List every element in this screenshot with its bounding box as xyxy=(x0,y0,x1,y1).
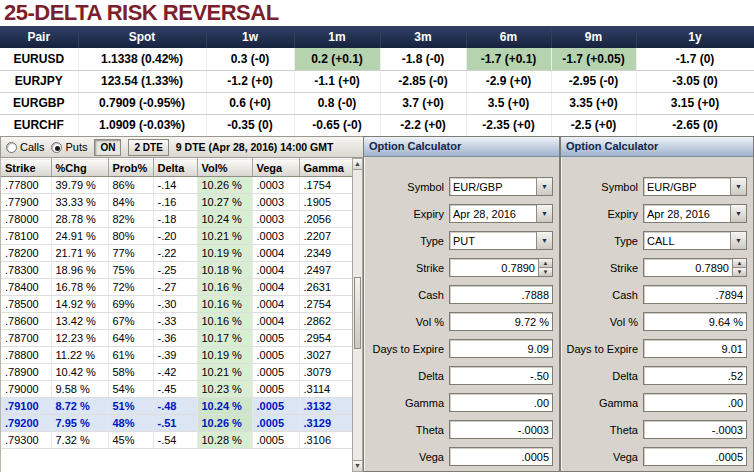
cash-value: .7894 xyxy=(644,289,746,301)
prob-cell: 67% xyxy=(108,313,153,330)
scrollbar-thumb[interactable] xyxy=(354,277,361,349)
theta-value: -.0003 xyxy=(450,424,552,436)
delta-label: Delta xyxy=(366,370,449,382)
symbol-row: Symbol EUR/GBP ▼ xyxy=(364,173,559,200)
chain-row[interactable]: .79100 8.72 % 51% -.48 10.24 % .0005 .31… xyxy=(1,398,352,415)
pair-cell: EURUSD xyxy=(0,48,78,70)
chain-row[interactable]: .78800 11.22 % 61% -.39 10.19 % .0005 .3… xyxy=(1,347,352,364)
scroll-up-icon[interactable]: ▲ xyxy=(353,159,362,170)
cash-row: Cash .7888 xyxy=(364,281,559,308)
expiry-select[interactable]: Apr 28, 2016 ▼ xyxy=(643,204,747,223)
chain-row[interactable]: .78100 24.91 % 80% -.20 10.21 % .0003 .2… xyxy=(1,228,352,245)
vol-cell: 10.24 % xyxy=(197,398,252,415)
gamma-cell: .3129 xyxy=(299,415,352,432)
strike-stepper[interactable]: 0.7890 ▲ ▼ xyxy=(449,258,553,277)
chg-cell: 33.33 % xyxy=(51,194,108,211)
chain-header-delta[interactable]: Delta xyxy=(153,159,197,177)
symbol-select[interactable]: EUR/GBP ▼ xyxy=(643,177,747,196)
rr-cell: -1.7 (0) xyxy=(636,48,754,70)
delta-row: Delta -.50 xyxy=(364,362,559,389)
chain-header-gamma[interactable]: Gamma xyxy=(299,159,352,177)
dte-button[interactable]: 2 DTE xyxy=(128,139,168,156)
chain-row[interactable]: .79200 7.95 % 48% -.51 10.26 % .0005 .31… xyxy=(1,415,352,432)
puts-radio-label: Puts xyxy=(65,141,87,153)
prob-cell: 61% xyxy=(108,347,153,364)
delta-field: -.50 xyxy=(449,366,553,385)
chain-row[interactable]: .79000 9.58 % 54% -.45 10.23 % .0005 .31… xyxy=(1,381,352,398)
type-value: PUT xyxy=(450,235,536,247)
type-value: CALL xyxy=(644,235,730,247)
rr-cell: -1.8 (-0) xyxy=(380,48,466,70)
chain-header-chg[interactable]: %Chg xyxy=(51,159,108,177)
chain-header-vega[interactable]: Vega xyxy=(252,159,299,177)
rr-cell: -2.9 (+0) xyxy=(466,70,551,92)
chain-header-prob[interactable]: Prob% xyxy=(108,159,153,177)
type-select[interactable]: CALL ▼ xyxy=(643,231,747,250)
delta-cell: -.22 xyxy=(153,245,197,262)
type-label: Type xyxy=(563,235,643,247)
rr-row: EURJPY 123.54 (1.33%) -1.2 (+0) -1.1 (+0… xyxy=(0,70,754,92)
vol-cell: 10.16 % xyxy=(197,313,252,330)
vol-value: 9.72 % xyxy=(450,316,552,328)
gamma-cell: .3132 xyxy=(299,398,352,415)
chain-row[interactable]: .78000 28.78 % 82% -.18 10.24 % .0003 .2… xyxy=(1,211,352,228)
type-row: Type PUT ▼ xyxy=(364,227,559,254)
scroll-down-icon[interactable]: ▼ xyxy=(353,460,362,471)
spinner-down-icon[interactable]: ▼ xyxy=(733,268,746,276)
chevron-down-icon[interactable]: ▼ xyxy=(730,232,746,249)
chain-row[interactable]: .78700 12.23 % 64% -.36 10.17 % .0005 .2… xyxy=(1,330,352,347)
chain-row[interactable]: .78600 13.42 % 67% -.33 10.16 % .0004 .2… xyxy=(1,313,352,330)
chain-header-vol[interactable]: Vol% xyxy=(197,159,252,177)
vol-cell: 10.27 % xyxy=(197,194,252,211)
strike-cell: .78800 xyxy=(1,347,51,364)
spinner-down-icon[interactable]: ▼ xyxy=(539,268,552,276)
spinner-up-icon[interactable]: ▲ xyxy=(733,259,746,268)
strike-stepper[interactable]: 0.7890 ▲ ▼ xyxy=(643,258,747,277)
type-select[interactable]: PUT ▼ xyxy=(449,231,553,250)
theta-field: -.0003 xyxy=(449,420,553,439)
prob-cell: 51% xyxy=(108,398,153,415)
vega-row: Vega .0005 xyxy=(364,443,559,470)
chain-row[interactable]: .78900 10.42 % 58% -.42 10.21 % .0005 .3… xyxy=(1,364,352,381)
chain-row[interactable]: .78300 18.96 % 75% -.25 10.18 % .0004 .2… xyxy=(1,262,352,279)
window-titlebar[interactable]: Option Calculator xyxy=(364,137,559,157)
delta-cell: -.45 xyxy=(153,381,197,398)
chevron-down-icon[interactable]: ▼ xyxy=(536,232,552,249)
rr-header-1y: 1y xyxy=(636,26,754,48)
rr-cell: 3.35 (+0) xyxy=(551,92,636,114)
symbol-select[interactable]: EUR/GBP ▼ xyxy=(449,177,553,196)
chain-row[interactable]: .77900 33.33 % 84% -.16 10.27 % .0003 .1… xyxy=(1,194,352,211)
chain-row[interactable]: .78500 14.92 % 69% -.30 10.16 % .0004 .2… xyxy=(1,296,352,313)
rr-cell: 3.7 (+0) xyxy=(380,92,466,114)
chevron-down-icon[interactable]: ▼ xyxy=(536,205,552,222)
prob-cell: 80% xyxy=(108,228,153,245)
chain-row[interactable]: .77800 39.79 % 86% -.14 10.26 % .0003 .1… xyxy=(1,177,352,194)
chevron-down-icon[interactable]: ▼ xyxy=(536,178,552,195)
expiry-select[interactable]: Apr 28, 2016 ▼ xyxy=(449,204,553,223)
delta-cell: -.48 xyxy=(153,398,197,415)
window-titlebar[interactable]: Option Calculator xyxy=(561,137,753,157)
spinner-up-icon[interactable]: ▲ xyxy=(539,259,552,268)
chevron-down-icon[interactable]: ▼ xyxy=(730,178,746,195)
puts-radio[interactable]: Puts xyxy=(51,141,87,153)
chain-row[interactable]: .78400 16.78 % 72% -.27 10.16 % .0004 .2… xyxy=(1,279,352,296)
spinner: ▲ ▼ xyxy=(538,259,552,276)
chevron-down-icon[interactable]: ▼ xyxy=(730,205,746,222)
gamma-cell: .2954 xyxy=(299,330,352,347)
calculator-fields: Symbol EUR/GBP ▼ Expiry Apr 28, 2016 ▼ xyxy=(561,157,753,470)
theta-label: Theta xyxy=(563,424,643,436)
calls-radio-label: Calls xyxy=(20,141,44,153)
chain-row[interactable]: .79300 7.32 % 45% -.54 10.28 % .0005 .31… xyxy=(1,432,352,449)
gamma-row: Gamma .00 xyxy=(364,389,559,416)
delta-cell: -.16 xyxy=(153,194,197,211)
calls-radio[interactable]: Calls xyxy=(6,141,44,153)
cash-label: Cash xyxy=(366,289,449,301)
rr-header-3m: 3m xyxy=(380,26,466,48)
cash-value: .7888 xyxy=(450,289,552,301)
chain-header-strike[interactable]: Strike xyxy=(1,159,51,177)
rr-header-spot: Spot xyxy=(78,26,206,48)
chain-scrollbar[interactable]: ▲ ▼ xyxy=(352,158,363,472)
on-toggle-button[interactable]: ON xyxy=(94,139,121,156)
gamma-cell: .1905 xyxy=(299,194,352,211)
chain-row[interactable]: .78200 21.71 % 77% -.22 10.19 % .0004 .2… xyxy=(1,245,352,262)
